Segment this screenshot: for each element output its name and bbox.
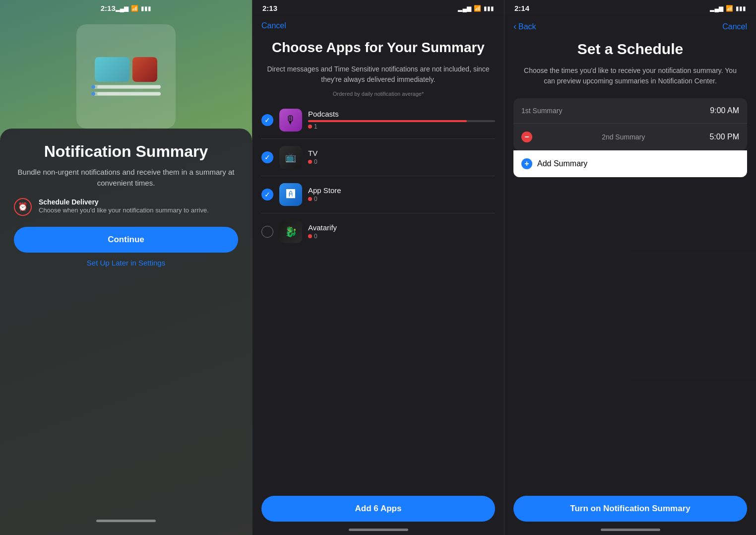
ordered-hint: Ordered by daily notification average* [252,89,504,102]
signal-icon-3: ▂▄▆ [710,5,723,12]
tv-info: TV 0 [308,149,495,165]
mockup-text-2 [97,92,161,95]
list-item[interactable]: ✓ 🎙 Podcasts 1 [261,102,495,139]
tv-icon: 📺 [279,146,302,169]
screen3-main: ‹ Back Cancel Set a Schedule Choose the … [504,14,756,535]
signal-icon-2: ▂▄▆ [458,5,471,12]
setup-later-button[interactable]: Set Up Later in Settings [87,259,165,267]
status-icons-1: ▂▄▆ 📶 ▮▮▮ [116,5,152,12]
back-button[interactable]: ‹ Back [513,21,536,32]
check-appstore[interactable]: ✓ [261,189,273,201]
home-indicator-2 [349,529,408,531]
check-avatarify[interactable] [261,226,273,238]
screen1-bottom-sheet: Notification Summary Bundle non-urgent n… [0,129,252,535]
wifi-icon-3: 📶 [726,5,733,12]
back-label: Back [518,22,536,31]
signal-icon: ▂▄▆ [116,5,129,12]
set-schedule-title: Set a Schedule [504,37,756,62]
mockup-image-1 [95,57,129,82]
summary-2-time: 5:00 PM [709,133,739,141]
appstore-count: 0 [314,196,317,202]
clock-icon: ⏰ [14,198,32,216]
schedule-item-2[interactable]: − 2nd Summary 5:00 PM [513,124,747,150]
status-bar-2: 2:13 ▂▄▆ 📶 ▮▮▮ [252,0,504,14]
add-summary-label: Add Summary [537,159,587,168]
wifi-icon: 📶 [131,5,138,12]
screen2-main: Cancel Choose Apps for Your Summary Dire… [252,14,504,535]
mockup-line-2 [91,92,161,96]
podcasts-red-dot [308,125,312,129]
status-icons-2: ▂▄▆ 📶 ▮▮▮ [458,5,494,12]
status-time-2: 2:13 [262,4,277,12]
appstore-red-dot [308,197,312,201]
summary-1-label: 1st Summary [521,107,562,115]
tv-count: 0 [314,158,317,165]
notification-summary-subtitle: Bundle non-urgent notifications and rece… [14,167,238,189]
turn-on-notification-summary-button[interactable]: Turn on Notification Summary [513,496,747,522]
feature-title: Schedule Delivery [39,198,209,206]
schedule-delivery-text: Schedule Delivery Choose when you'd like… [39,198,209,215]
add-summary-plus-icon: + [521,158,532,169]
add-summary-box[interactable]: + Add Summary [513,150,747,177]
appstore-count-row: 0 [308,196,495,202]
cancel-button-screen3[interactable]: Cancel [722,22,747,31]
podcasts-count: 1 [314,123,317,130]
set-schedule-desc: Choose the times you'd like to receive y… [504,62,756,90]
podcasts-count-row: 1 [308,123,495,130]
chevron-left-icon: ‹ [513,21,516,32]
summary-2-label: 2nd Summary [602,133,645,141]
choose-apps-title: Choose Apps for Your Summary [252,35,504,60]
avatarify-icon: 🐉 [279,220,302,243]
avatarify-name: Avatarify [308,223,495,232]
choose-apps-desc: Direct messages and Time Sensitive notif… [252,60,504,89]
phone-screen-3: 2:14 ▂▄▆ 📶 ▮▮▮ ‹ Back Cancel Set a Sched… [504,0,756,535]
list-item[interactable]: ✓ 📺 TV 0 [261,139,495,176]
add-apps-button[interactable]: Add 6 Apps [261,496,495,522]
appstore-info: App Store 0 [308,186,495,202]
mockup-dot-2 [91,92,95,96]
mockup-text-1 [97,85,161,88]
avatarify-count-row: 0 [308,233,495,240]
tv-name: TV [308,149,495,157]
battery-icon: ▮▮▮ [141,5,151,12]
list-item[interactable]: 🐉 Avatarify 0 [261,213,495,250]
mockup-dot-1 [91,85,95,89]
summary-1-time: 9:00 AM [710,106,739,115]
status-icons-3: ▂▄▆ 📶 ▮▮▮ [710,5,746,12]
podcasts-name: Podcasts [308,110,495,118]
status-bar-1: 2:13 ▂▄▆ 📶 ▮▮▮ [91,0,162,14]
podcasts-icon: 🎙 [279,109,302,132]
schedule-delivery-feature: ⏰ Schedule Delivery Choose when you'd li… [14,198,238,216]
notification-summary-title: Notification Summary [44,142,208,161]
tv-red-dot [308,160,312,164]
screen3-navbar: ‹ Back Cancel [504,21,756,37]
screen2-navbar: Cancel [252,21,504,35]
phone-screen-1: 2:13 ▂▄▆ 📶 ▮▮▮ [0,0,252,535]
cancel-button-screen2[interactable]: Cancel [261,21,286,30]
avatarify-red-dot [308,234,312,238]
status-time-3: 2:14 [514,4,529,12]
mockup-line-1 [91,85,161,89]
avatarify-count: 0 [314,233,317,240]
mockup-images-row [95,57,157,82]
podcasts-bar [308,120,495,122]
remove-summary-button[interactable]: − [521,132,532,142]
list-item[interactable]: ✓ 🅰 App Store 0 [261,176,495,213]
schedule-list: 1st Summary 9:00 AM − 2nd Summary 5:00 P… [513,98,747,150]
podcasts-bar-fill [308,120,467,122]
podcasts-info: Podcasts 1 [308,110,495,130]
schedule-item-1[interactable]: 1st Summary 9:00 AM [513,98,747,124]
wifi-icon-2: 📶 [474,5,481,12]
phone-screen-2: 2:13 ▂▄▆ 📶 ▮▮▮ Cancel Choose Apps for Yo… [252,0,504,535]
home-indicator-1 [96,520,156,522]
tv-count-row: 0 [308,158,495,165]
check-podcasts[interactable]: ✓ [261,114,273,126]
continue-button[interactable]: Continue [14,227,238,253]
avatarify-info: Avatarify 0 [308,223,495,240]
app-list: ✓ 🎙 Podcasts 1 ✓ 📺 TV [252,102,504,489]
status-bar-3: 2:14 ▂▄▆ 📶 ▮▮▮ [504,0,756,14]
battery-icon-2: ▮▮▮ [484,5,494,12]
appstore-name: App Store [308,186,495,195]
check-tv[interactable]: ✓ [261,151,273,163]
phone-mockup-illustration [76,24,176,129]
